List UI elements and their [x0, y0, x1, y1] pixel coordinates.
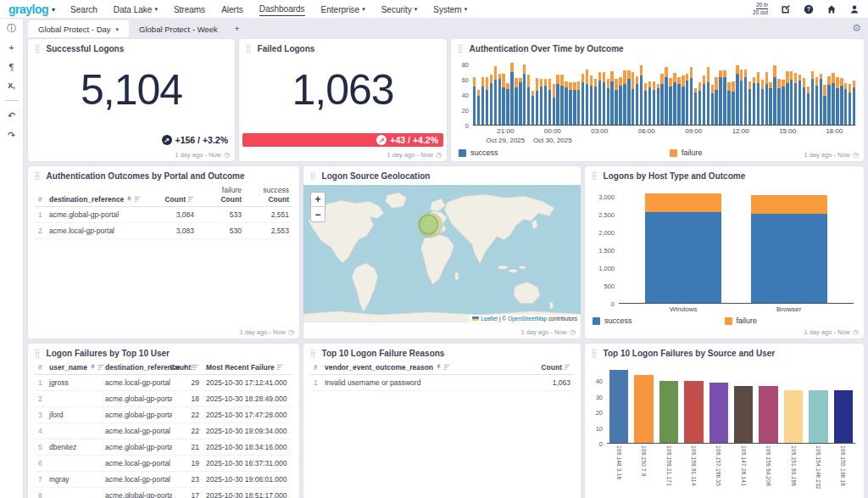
drag-handle-icon[interactable]: ⣿ [246, 45, 252, 53]
row-number: 8 [35, 488, 46, 498]
nav-item-data-lake[interactable]: Data Lake▾ [114, 3, 158, 16]
drag-handle-icon[interactable]: ⣿ [35, 172, 41, 180]
table-cell: 2025-10-30 17:47:28.000 [203, 407, 292, 423]
drag-handle-icon[interactable]: ⣿ [592, 172, 598, 180]
widget-timerange[interactable]: 1 day ago - Now◷ [520, 328, 576, 336]
x-tick-label: 109.157.196.35 [709, 445, 728, 491]
column-header-Count[interactable]: Count [172, 361, 203, 375]
widget-timerange[interactable]: 1 day ago - Now◷ [804, 151, 859, 159]
widget-timerange[interactable]: 1 day ago - Now◷ [175, 151, 230, 159]
formatting-icon[interactable]: X, [8, 82, 15, 90]
zoom-out-button[interactable]: − [311, 207, 325, 221]
column-header-user_name[interactable]: user_name [46, 361, 102, 375]
stacked-bar [673, 61, 676, 125]
table-cell: 2025-10-30 17:12:41.000 [203, 375, 292, 391]
drag-handle-icon[interactable]: ⣿ [35, 350, 41, 357]
pilcrow-icon[interactable]: ¶ [9, 63, 14, 72]
nav-item-dashboards[interactable]: Dashboards [259, 2, 305, 16]
nav-item-alerts[interactable]: Alerts [221, 3, 243, 16]
drag-handle-icon[interactable]: ⣿ [35, 45, 41, 53]
logon-source-marker[interactable] [418, 212, 443, 238]
graylog-logo[interactable]: graylog [8, 3, 48, 16]
stacked-bar [490, 61, 492, 125]
home-icon[interactable] [826, 3, 837, 14]
dashboard-settings-gear-icon[interactable]: ⚙ [852, 22, 861, 34]
widget-successful-logons: ⣿ Successful Logons 5,104 ↗ +156 / +3.2%… [28, 39, 235, 161]
column-header-Count[interactable]: Count [515, 361, 574, 375]
x-tick-label: 12:00 [732, 127, 749, 135]
zoom-in-button[interactable]: + [311, 193, 325, 207]
stacked-bar [686, 61, 688, 125]
help-icon[interactable]: ? [803, 3, 814, 14]
stacked-bar [827, 61, 830, 125]
trend-alert-bar: ↗ +43 / +4.2% [242, 133, 443, 147]
x-axis: 109.148.3.16109.150.7.9109.159.21.171109… [607, 445, 855, 491]
stacked-bar [481, 61, 484, 125]
bar [684, 381, 703, 443]
leaflet-map[interactable]: + − [303, 185, 581, 322]
row-number: 1 [310, 375, 321, 391]
tab-global-protect-day[interactable]: Global Protect - Day ▾ [28, 20, 129, 37]
logo-caret-icon[interactable]: ▾ [52, 6, 55, 14]
legend-success[interactable]: success [593, 316, 632, 325]
table-cell: acme.global-gp-portal [102, 407, 172, 423]
stacked-bar [598, 61, 601, 125]
widget-timerange[interactable]: 1 day ago - Now◷ [387, 151, 442, 159]
drag-handle-icon[interactable]: ⣿ [458, 45, 464, 53]
legend-swatch [593, 317, 600, 325]
nav-item-enterprise[interactable]: Enterprise▾ [321, 3, 365, 16]
stacked-bar [794, 61, 797, 125]
nav-item-system[interactable]: System▾ [433, 3, 467, 16]
failure-reasons-table: #vendor_event_outcome_reasonCount1Invali… [310, 361, 574, 391]
world-map [303, 185, 581, 322]
stacked-bar [540, 61, 542, 125]
column-header-destination_reference[interactable]: destination_reference [46, 184, 145, 207]
osm-link[interactable]: OpenStreetMap [508, 316, 547, 322]
user-icon[interactable] [849, 3, 860, 14]
widget-title: Authentication Outcomes by Portal and Ou… [47, 171, 245, 181]
stacked-bar [761, 61, 764, 125]
nav-item-security[interactable]: Security▾ [381, 3, 418, 16]
edit-icon[interactable] [780, 3, 791, 14]
info-icon[interactable]: ⓘ [7, 24, 16, 33]
stacked-bar [577, 61, 580, 125]
stacked-bar [565, 61, 567, 125]
bar [759, 386, 777, 443]
table-cell: 530 [198, 223, 245, 239]
y-tick-label: 500 [604, 283, 615, 290]
throughput-indicator[interactable]: 20 in20 out [753, 2, 768, 17]
column-header-num: # [35, 361, 46, 375]
nav-item-search[interactable]: Search [70, 3, 97, 16]
drag-handle-icon[interactable]: ⣿ [592, 350, 598, 357]
undo-icon[interactable]: ↶ [8, 111, 15, 120]
svg-text:?: ? [806, 6, 810, 12]
drag-handle-icon[interactable]: ⣿ [310, 350, 316, 357]
table-cell: Invalid username or password [321, 375, 515, 391]
x-tick-label: 15:00 [779, 127, 796, 135]
widget-timerange[interactable]: 1 day ago - Now◷ [804, 328, 859, 336]
column-header-Most Recent Failure[interactable]: Most Recent Failure [203, 361, 292, 375]
stacked-bar [607, 61, 609, 125]
redo-icon[interactable]: ↷ [8, 131, 15, 140]
column-header-destination_reference[interactable]: destination_reference [102, 361, 172, 375]
drag-handle-icon[interactable]: ⣿ [310, 172, 316, 180]
legend-failure[interactable]: failure [670, 148, 703, 157]
stacked-bar [594, 61, 597, 125]
tab-global-protect-week[interactable]: Global Protect - Week [129, 20, 228, 37]
column-header-vendor_event_outcome_reason[interactable]: vendor_event_outcome_reason [321, 361, 515, 375]
nav-item-streams[interactable]: Streams [174, 3, 205, 16]
chevron-down-icon[interactable]: ▾ [116, 26, 120, 33]
leaflet-link[interactable]: Leaflet [481, 316, 498, 322]
widget-title: Logon Source Geolocation [322, 171, 431, 181]
table-cell: 1,063 [515, 375, 574, 391]
y-tick-label: 20 [462, 107, 469, 115]
column-header-Count[interactable]: Count [145, 184, 198, 207]
widget-timerange[interactable]: 1 day ago - Now◷ [239, 328, 294, 336]
stacked-bar [840, 61, 843, 125]
stacked-bar [527, 61, 530, 125]
legend-failure[interactable]: failure [725, 316, 758, 325]
add-tab-button[interactable]: + [228, 20, 247, 37]
add-widget-icon[interactable]: + [8, 43, 14, 53]
y-tick-label: 40 [462, 92, 469, 99]
legend-success[interactable]: success [459, 148, 498, 157]
